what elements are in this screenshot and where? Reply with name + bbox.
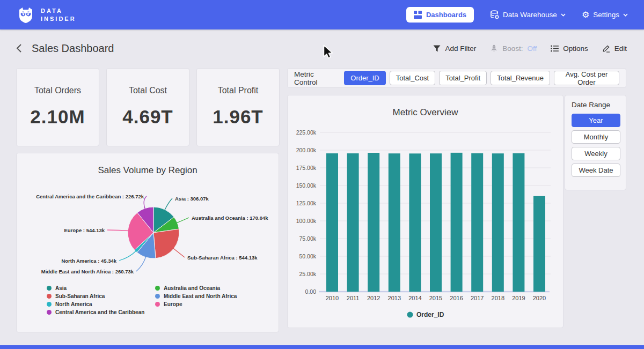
bar-legend-order-id[interactable]: Order_ID	[416, 311, 444, 318]
bottom-accent-strip	[0, 345, 644, 349]
nav-data-warehouse-label: Data Warehouse	[503, 11, 557, 19]
metric-option-avg-cost-per-order[interactable]: Avg. Cost per Order	[554, 71, 619, 85]
options-label: Options	[563, 44, 588, 53]
bar-2014[interactable]	[409, 153, 421, 292]
pie-legend-item-europe[interactable]: Europe	[155, 301, 237, 307]
pie-leader-line	[107, 230, 129, 231]
legend-label: North America	[55, 301, 92, 307]
bar-2015[interactable]	[430, 153, 442, 292]
kpi-value: 2.10M	[17, 106, 99, 128]
chevron-down-icon	[623, 13, 628, 17]
x-axis-tick: 2014	[408, 295, 421, 301]
edit-button[interactable]: Edit	[602, 44, 627, 53]
bar-chart-card: Metric Overview 0.0025.00k50.00k75.00k10…	[287, 95, 564, 328]
back-button[interactable]	[16, 43, 22, 53]
legend-label: Asia	[55, 285, 67, 291]
database-icon	[490, 10, 499, 19]
legend-dot-icon	[47, 294, 52, 299]
x-axis-tick: 2013	[388, 295, 401, 301]
legend-label: Middle East and North Africa	[164, 293, 237, 299]
chevron-left-icon	[16, 43, 22, 53]
legend-dot-icon	[47, 310, 52, 315]
bar-2013[interactable]	[389, 153, 400, 292]
nav-settings-label: Settings	[593, 11, 619, 19]
y-axis-tick: 75.00k	[299, 235, 316, 242]
bar-2011[interactable]	[347, 153, 359, 292]
kpi-label: Total Orders	[17, 86, 99, 95]
pie-label-central-america-and-the-caribbean: Central America and the Caribbean : 226.…	[36, 194, 144, 199]
legend-dot-icon	[155, 302, 160, 307]
x-axis-tick: 2020	[533, 295, 546, 301]
pie-legend-item-middle-east-and-north-africa[interactable]: Middle East and North Africa	[155, 293, 237, 299]
pie-leader-line	[173, 248, 185, 257]
bar-chart[interactable]: 0.0025.00k50.00k75.00k100.00k125.00k150.…	[288, 95, 563, 328]
kpi-card-total-orders: Total Orders 2.10M	[16, 68, 99, 146]
y-axis-tick: 200.00k	[296, 147, 317, 153]
pie-leader-line	[164, 198, 172, 211]
y-axis-tick: 50.00k	[299, 253, 316, 259]
bar-2010[interactable]	[326, 153, 338, 292]
pie-legend-item-north-america[interactable]: North America	[47, 301, 155, 307]
kpi-card-total-cost: Total Cost 4.69T	[106, 68, 189, 146]
legend-dot-icon	[155, 286, 160, 291]
pie-legend-item-australia-and-oceania[interactable]: Australia and Oceania	[155, 285, 237, 291]
rocket-icon	[490, 44, 498, 53]
pie-legend: AsiaSub-Saharan AfricaNorth AmericaCentr…	[47, 285, 237, 315]
y-axis-tick: 0.00	[305, 288, 317, 295]
kpi-label: Total Profit	[197, 86, 279, 95]
bar-2012[interactable]	[368, 153, 379, 292]
metric-option-total-profit[interactable]: Total_Profit	[439, 71, 487, 85]
brand-logo[interactable]: DATA INSIDER	[16, 5, 76, 25]
dr-option-year[interactable]: Year	[572, 114, 620, 127]
legend-dot-icon	[155, 294, 160, 299]
metric-option-total-cost[interactable]: Total_Cost	[390, 71, 435, 85]
pie-label-sub-saharan-africa: Sub-Saharan Africa : 544.13k	[187, 255, 258, 261]
bar-2017[interactable]	[471, 153, 483, 292]
nav-settings[interactable]: ⚙ Settings	[582, 11, 628, 19]
dr-option-week-date[interactable]: Week Date	[572, 164, 620, 177]
bar-2020[interactable]	[533, 196, 545, 292]
pie-slice-sub-saharan-africa[interactable]	[153, 229, 179, 258]
boost-toggle[interactable]: Boost: Off	[490, 44, 537, 53]
dashboards-grid-icon	[414, 11, 422, 19]
legend-dot-icon	[47, 286, 52, 291]
pie-label-europe: Europe : 544.13k	[64, 227, 105, 233]
pie-legend-item-central-america-and-the-caribbean[interactable]: Central America and the Caribbean	[47, 309, 155, 315]
options-list-icon	[551, 45, 559, 52]
kpi-value: 1.96T	[197, 106, 279, 128]
pie-label-middle-east-and-north-africa: Middle East and North Africa : 260.73k	[41, 269, 134, 274]
header-actions: Add Filter Boost: Off Options	[433, 44, 627, 53]
filter-icon	[433, 45, 441, 52]
legend-label: Central America and the Caribbean	[55, 309, 144, 315]
y-axis-tick: 100.00k	[296, 218, 317, 224]
add-filter-label: Add Filter	[445, 44, 476, 53]
page-title: Sales Dashboard	[32, 42, 114, 55]
metric-control-buttons: Order_IDTotal_CostTotal_ProfitTotal_Reve…	[344, 71, 619, 85]
kpi-label: Total Cost	[107, 86, 189, 95]
kpi-value: 4.69T	[107, 106, 189, 128]
x-axis-tick: 2012	[367, 295, 380, 301]
bar-2018[interactable]	[492, 153, 504, 292]
y-axis-tick: 150.00k	[296, 182, 317, 189]
pie-leader-line	[144, 196, 147, 210]
bar-2016[interactable]	[451, 153, 463, 292]
nav-dashboards-label: Dashboards	[426, 11, 466, 19]
dr-option-weekly[interactable]: Weekly	[572, 147, 620, 160]
date-range-panel: Date Range YearMonthlyWeeklyWeek Date	[565, 95, 626, 190]
pie-legend-item-sub-saharan-africa[interactable]: Sub-Saharan Africa	[47, 293, 155, 299]
legend-label: Australia and Oceania	[164, 285, 220, 291]
options-button[interactable]: Options	[551, 44, 588, 53]
legend-label: Sub-Saharan Africa	[55, 293, 105, 299]
legend-dot-icon	[47, 302, 52, 307]
pie-leader-line	[136, 256, 146, 271]
pie-legend-item-asia[interactable]: Asia	[47, 285, 155, 291]
chevron-down-icon	[561, 13, 566, 17]
add-filter-button[interactable]: Add Filter	[433, 44, 476, 53]
nav-data-warehouse[interactable]: Data Warehouse	[490, 10, 566, 19]
bar-2019[interactable]	[513, 153, 524, 292]
metric-option-total-revenue[interactable]: Total_Revenue	[491, 71, 550, 85]
pie-chart-card: Sales Volume by Region Asia : 306.07kAus…	[16, 153, 279, 332]
dr-option-monthly[interactable]: Monthly	[572, 130, 620, 144]
nav-dashboards-button[interactable]: Dashboards	[406, 7, 474, 23]
metric-option-order-id[interactable]: Order_ID	[344, 71, 385, 85]
